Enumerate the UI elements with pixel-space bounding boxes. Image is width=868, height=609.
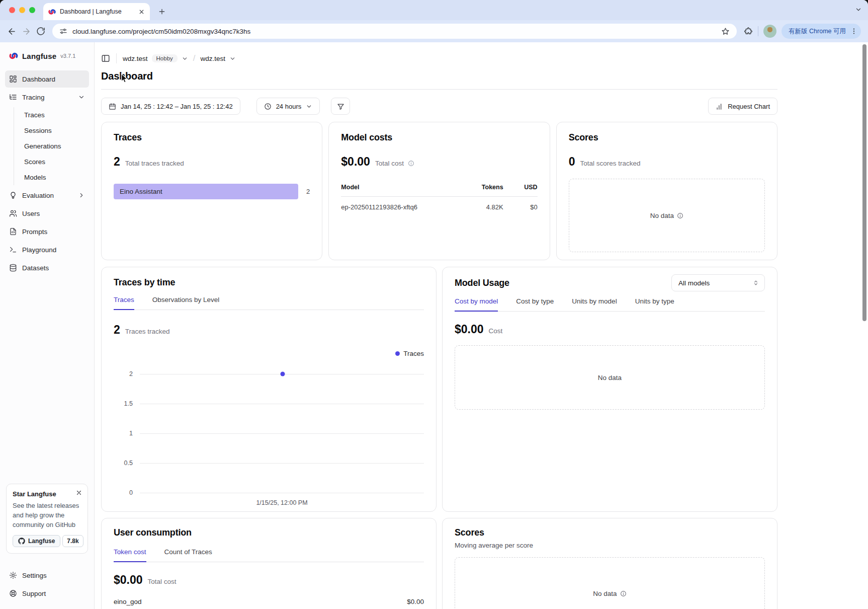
- tokens-cell: 4.82K: [457, 203, 503, 211]
- github-star-count[interactable]: 7.8k: [62, 535, 83, 547]
- model-usage-card: Model Usage All models Cost by model Cos…: [442, 267, 777, 512]
- traces-card: Traces 2 Total traces tracked Eino Assis…: [101, 122, 322, 260]
- tab-cost-by-type[interactable]: Cost by type: [516, 297, 554, 312]
- sidebar-toggle-icon[interactable]: [101, 54, 110, 63]
- tab-cost-by-model[interactable]: Cost by model: [455, 297, 498, 312]
- github-repo-button[interactable]: Langfuse: [13, 535, 60, 547]
- close-icon[interactable]: [75, 489, 82, 496]
- sidebar-item-scores[interactable]: Scores: [14, 154, 89, 170]
- sidebar-item-label: Sessions: [24, 127, 52, 134]
- minimize-window-button[interactable]: [19, 7, 25, 13]
- langfuse-logo-icon: [9, 51, 18, 60]
- chevron-right-icon: [78, 192, 85, 199]
- profile-avatar[interactable]: [763, 25, 776, 38]
- site-settings-icon[interactable]: [59, 27, 67, 35]
- brand[interactable]: Langfuse v3.7.1: [5, 50, 89, 61]
- y-tick: 2: [114, 370, 133, 377]
- info-icon[interactable]: [620, 590, 627, 597]
- browser-menu-icon[interactable]: [850, 27, 858, 35]
- chrome-update-label: 有新版 Chrome 可用: [789, 27, 846, 36]
- traces-total-label: Total traces tracked: [125, 160, 184, 167]
- sidebar-item-label: Playground: [22, 246, 56, 254]
- sidebar-item-support[interactable]: Support: [5, 585, 89, 602]
- sidebar-item-traces[interactable]: Traces: [14, 107, 89, 123]
- close-window-button[interactable]: [9, 7, 15, 13]
- traces-total-value: 2: [114, 155, 120, 169]
- browser-tab[interactable]: Dashboard | Langfuse: [43, 3, 150, 20]
- chart-data-point[interactable]: [281, 372, 285, 376]
- tab-units-by-model[interactable]: Units by model: [572, 297, 617, 312]
- reload-button[interactable]: [36, 27, 45, 36]
- request-chart-label: Request Chart: [728, 103, 770, 110]
- tab-units-by-type[interactable]: Units by type: [635, 297, 674, 312]
- model-select[interactable]: All models: [671, 274, 765, 291]
- sidebar-item-sessions[interactable]: Sessions: [14, 123, 89, 138]
- sidebar-item-users[interactable]: Users: [5, 205, 89, 222]
- sidebar-item-prompts[interactable]: Prompts: [5, 223, 89, 240]
- chevron-down-icon: [78, 94, 85, 101]
- model-usage-tabs: Cost by model Cost by type Units by mode…: [455, 297, 765, 312]
- scrollbar-thumb[interactable]: [862, 44, 866, 321]
- tab-close-icon[interactable]: [138, 9, 145, 15]
- life-buoy-icon: [9, 589, 17, 597]
- request-chart-button[interactable]: Request Chart: [708, 98, 777, 115]
- bookmark-star-icon[interactable]: [721, 27, 730, 36]
- url-text[interactable]: cloud.langfuse.com/project/cm50idm0208mx…: [72, 28, 716, 35]
- github-icon: [18, 538, 25, 545]
- chevron-down-icon[interactable]: [182, 55, 188, 62]
- col-header-tokens: Tokens: [457, 184, 503, 191]
- tab-token-cost[interactable]: Token cost: [114, 548, 146, 562]
- project-name[interactable]: wdz.test: [201, 55, 226, 62]
- address-bar[interactable]: cloud.langfuse.com/project/cm50idm0208mx…: [52, 24, 737, 39]
- date-range-button[interactable]: Jan 14, 25 : 12:42 – Jan 15, 25 : 12:42: [101, 98, 240, 115]
- sidebar-item-label: Datasets: [22, 264, 49, 272]
- browser-tab-strip: Dashboard | Langfuse: [0, 0, 868, 20]
- traces-by-time-card: Traces by time Traces Observations by Le…: [101, 267, 437, 512]
- filter-button[interactable]: [331, 98, 350, 115]
- sidebar-item-playground[interactable]: Playground: [5, 241, 89, 258]
- trace-bar[interactable]: Eino Assistant: [114, 184, 298, 199]
- col-header-model: Model: [341, 184, 457, 191]
- tab-observations-by-level[interactable]: Observations by Level: [152, 296, 220, 310]
- user-consumption-value: $0.00: [114, 573, 143, 587]
- scores-total-value: 0: [569, 155, 575, 169]
- extensions-icon[interactable]: [744, 27, 753, 36]
- trace-bar-row: Eino Assistant 2: [114, 184, 310, 199]
- sidebar-item-dashboard[interactable]: Dashboard: [5, 70, 89, 88]
- database-icon: [9, 264, 17, 272]
- time-preset-button[interactable]: 24 hours: [256, 98, 320, 115]
- user-consumption-card: User consumption Token cost Count of Tra…: [101, 518, 437, 609]
- filter-bar: Jan 14, 25 : 12:42 – Jan 15, 25 : 12:42 …: [101, 98, 777, 115]
- sidebar-item-settings[interactable]: Settings: [5, 567, 89, 584]
- sidebar-nav: Dashboard Tracing Traces Sessions Genera…: [5, 70, 89, 276]
- zoom-window-button[interactable]: [29, 7, 35, 13]
- sidebar-item-label: Evaluation: [22, 192, 54, 199]
- card-title: Traces by time: [114, 277, 424, 288]
- tab-count-of-traces[interactable]: Count of Traces: [164, 548, 212, 562]
- sidebar-item-models[interactable]: Models: [14, 170, 89, 185]
- user-consumption-label: Total cost: [148, 578, 177, 585]
- tab-traces[interactable]: Traces: [114, 296, 134, 310]
- user-row[interactable]: eino_god $0.00: [114, 598, 424, 605]
- plan-badge: Hobby: [152, 54, 178, 62]
- sidebar-item-tracing[interactable]: Tracing: [5, 89, 89, 106]
- chevron-down-icon[interactable]: [229, 55, 236, 62]
- sidebar-item-datasets[interactable]: Datasets: [5, 259, 89, 276]
- no-data-box: No data: [569, 179, 765, 252]
- info-icon[interactable]: [677, 212, 683, 219]
- tab-search-chevron-icon[interactable]: [855, 6, 862, 13]
- info-icon[interactable]: [408, 160, 414, 167]
- star-langfuse-card: Star Langfuse See the latest releases an…: [6, 484, 88, 554]
- new-tab-button[interactable]: [158, 8, 166, 16]
- sidebar-item-evaluation[interactable]: Evaluation: [5, 187, 89, 204]
- table-row[interactable]: ep-20250112193826-xftq6 4.82K $0: [341, 197, 537, 211]
- org-name[interactable]: wdz.test: [123, 55, 148, 62]
- back-button[interactable]: [7, 27, 17, 36]
- chrome-update-button[interactable]: 有新版 Chrome 可用: [782, 24, 861, 39]
- sidebar-item-generations[interactable]: Generations: [14, 138, 89, 154]
- trace-bar-value: 2: [306, 188, 310, 195]
- gridline: [140, 463, 424, 464]
- forward-button[interactable]: [22, 27, 31, 36]
- file-icon: [9, 227, 17, 236]
- scores-total-label: Total scores tracked: [580, 160, 640, 167]
